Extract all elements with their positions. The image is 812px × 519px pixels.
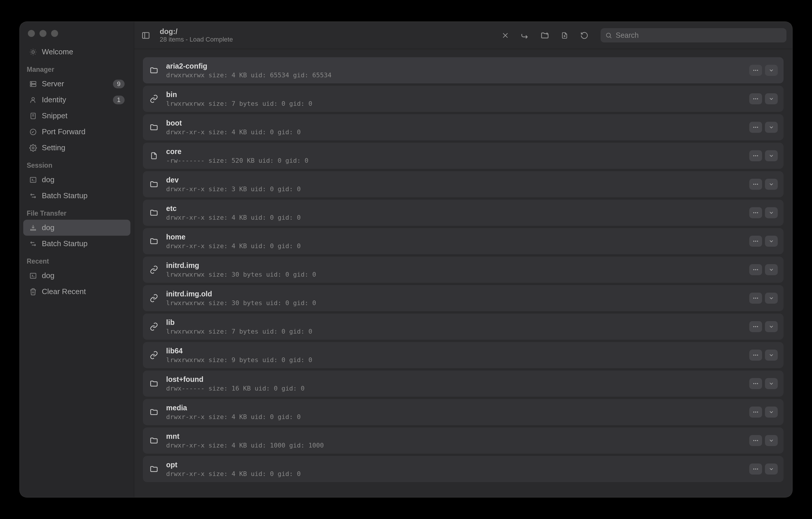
sidebar-item-dog[interactable]: dog: [23, 172, 130, 188]
file-row[interactable]: initrd.img.oldlrwxrwxrwx size: 30 bytes …: [143, 285, 784, 311]
search-box[interactable]: [601, 28, 786, 43]
minimize-window-button[interactable]: [39, 30, 47, 37]
section-label-recent: Recent: [20, 252, 134, 268]
new-file-icon[interactable]: [559, 30, 570, 41]
file-row[interactable]: lost+founddrwx------ size: 16 KB uid: 0 …: [143, 371, 784, 397]
sidebar-item-welcome[interactable]: Welcome: [23, 44, 130, 60]
sidebar-item-label: Clear Recent: [42, 287, 124, 296]
sidebar-item-snippet[interactable]: Snippet: [23, 108, 130, 124]
new-folder-icon[interactable]: [539, 30, 551, 41]
svg-point-26: [755, 70, 756, 71]
sidebar-item-dog[interactable]: dog: [23, 268, 130, 283]
svg-point-36: [757, 155, 758, 156]
toggle-sidebar-button[interactable]: [140, 30, 152, 41]
chevron-down-button[interactable]: [765, 207, 778, 218]
svg-point-68: [755, 468, 756, 470]
more-button[interactable]: [749, 65, 762, 76]
chevron-down-button[interactable]: [765, 321, 778, 332]
sidebar-item-identity[interactable]: Identity1: [23, 92, 130, 108]
file-info: lost+founddrwx------ size: 16 KB uid: 0 …: [166, 375, 742, 392]
file-row[interactable]: mediadrwxr-xr-x size: 4 KB uid: 0 gid: 0: [143, 399, 784, 425]
folder-icon: [149, 122, 159, 133]
toolbar: dog:/ 28 items - Load Complete: [134, 22, 792, 49]
file-actions: [749, 464, 778, 474]
svg-point-55: [753, 355, 754, 356]
folder-icon: [149, 435, 159, 446]
chevron-down-button[interactable]: [765, 464, 778, 474]
main-panel: dog:/ 28 items - Load Complete: [134, 22, 792, 497]
svg-point-58: [753, 383, 754, 384]
svg-point-32: [755, 127, 756, 128]
sidebar-item-setting[interactable]: Setting: [23, 140, 130, 156]
more-button[interactable]: [749, 207, 762, 218]
chevron-down-button[interactable]: [765, 93, 778, 104]
chevron-down-button[interactable]: [765, 65, 778, 76]
sidebar-item-batch-startup[interactable]: Batch Startup: [23, 236, 130, 252]
chevron-down-button[interactable]: [765, 179, 778, 190]
terminal-icon: [29, 176, 37, 184]
chevron-down-button[interactable]: [765, 435, 778, 446]
more-button[interactable]: [749, 93, 762, 104]
search-input[interactable]: [616, 31, 782, 39]
svg-point-40: [753, 212, 754, 213]
file-list[interactable]: aria2-configdrwxrwxrwx size: 4 KB uid: 6…: [134, 49, 792, 497]
more-button[interactable]: [749, 350, 762, 361]
file-row[interactable]: lib64lrwxrwxrwx size: 9 bytes uid: 0 gid…: [143, 342, 784, 368]
more-button[interactable]: [749, 464, 762, 474]
more-button[interactable]: [749, 407, 762, 417]
sidebar-item-dog[interactable]: dog: [23, 220, 130, 236]
file-row[interactable]: mntdrwxr-xr-x size: 4 KB uid: 1000 gid: …: [143, 428, 784, 454]
file-meta: lrwxrwxrwx size: 7 bytes uid: 0 gid: 0: [166, 328, 742, 335]
file-row[interactable]: etcdrwxr-xr-x size: 4 KB uid: 0 gid: 0: [143, 200, 784, 226]
chevron-down-button[interactable]: [765, 236, 778, 247]
chevron-down-button[interactable]: [765, 264, 778, 275]
more-button[interactable]: [749, 293, 762, 304]
folder-icon: [149, 464, 159, 474]
chevron-down-button[interactable]: [765, 122, 778, 133]
forward-icon[interactable]: [519, 30, 531, 41]
link-icon: [149, 321, 159, 332]
file-row[interactable]: liblrwxrwxrwx size: 7 bytes uid: 0 gid: …: [143, 313, 784, 340]
file-row[interactable]: initrd.imglrwxrwxrwx size: 30 bytes uid:…: [143, 256, 784, 283]
close-icon[interactable]: [499, 30, 511, 41]
file-name: aria2-config: [166, 62, 742, 70]
sidebar-item-server[interactable]: Server9: [23, 76, 130, 92]
file-name: bin: [166, 90, 742, 99]
svg-point-38: [755, 184, 756, 185]
file-row[interactable]: binlrwxrwxrwx size: 7 bytes uid: 0 gid: …: [143, 86, 784, 112]
more-button[interactable]: [749, 236, 762, 247]
file-actions: [749, 179, 778, 190]
file-row[interactable]: bootdrwxr-xr-x size: 4 KB uid: 0 gid: 0: [143, 114, 784, 140]
chevron-down-button[interactable]: [765, 378, 778, 389]
more-button[interactable]: [749, 264, 762, 275]
more-button[interactable]: [749, 378, 762, 389]
sidebar-item-port-forward[interactable]: Port Forward: [23, 124, 130, 140]
chevron-down-button[interactable]: [765, 293, 778, 304]
file-info: initrd.imglrwxrwxrwx size: 30 bytes uid:…: [166, 261, 742, 278]
folder-icon: [149, 407, 159, 417]
file-row[interactable]: devdrwxr-xr-x size: 3 KB uid: 0 gid: 0: [143, 171, 784, 197]
more-button[interactable]: [749, 321, 762, 332]
sidebar-item-batch-startup[interactable]: Batch Startup: [23, 188, 130, 204]
section-label-session: Session: [20, 156, 134, 172]
more-button[interactable]: [749, 179, 762, 190]
more-button[interactable]: [749, 122, 762, 133]
svg-point-53: [755, 326, 756, 327]
link-icon: [149, 293, 159, 303]
more-button[interactable]: [749, 435, 762, 446]
chevron-down-button[interactable]: [765, 150, 778, 161]
refresh-icon[interactable]: [579, 30, 590, 41]
chevron-down-button[interactable]: [765, 350, 778, 361]
file-row[interactable]: optdrwxr-xr-x size: 4 KB uid: 0 gid: 0: [143, 456, 784, 482]
file-row[interactable]: aria2-configdrwxrwxrwx size: 4 KB uid: 6…: [143, 57, 784, 83]
file-row[interactable]: core-rw------- size: 520 KB uid: 0 gid: …: [143, 143, 784, 169]
file-actions: [749, 321, 778, 332]
chevron-down-button[interactable]: [765, 407, 778, 417]
file-info: aria2-configdrwxrwxrwx size: 4 KB uid: 6…: [166, 62, 742, 79]
more-button[interactable]: [749, 150, 762, 161]
sidebar-item-clear-recent[interactable]: Clear Recent: [23, 283, 130, 300]
link-icon: [149, 93, 159, 104]
maximize-window-button[interactable]: [51, 30, 58, 37]
close-window-button[interactable]: [28, 30, 35, 37]
file-row[interactable]: homedrwxr-xr-x size: 4 KB uid: 0 gid: 0: [143, 228, 784, 254]
